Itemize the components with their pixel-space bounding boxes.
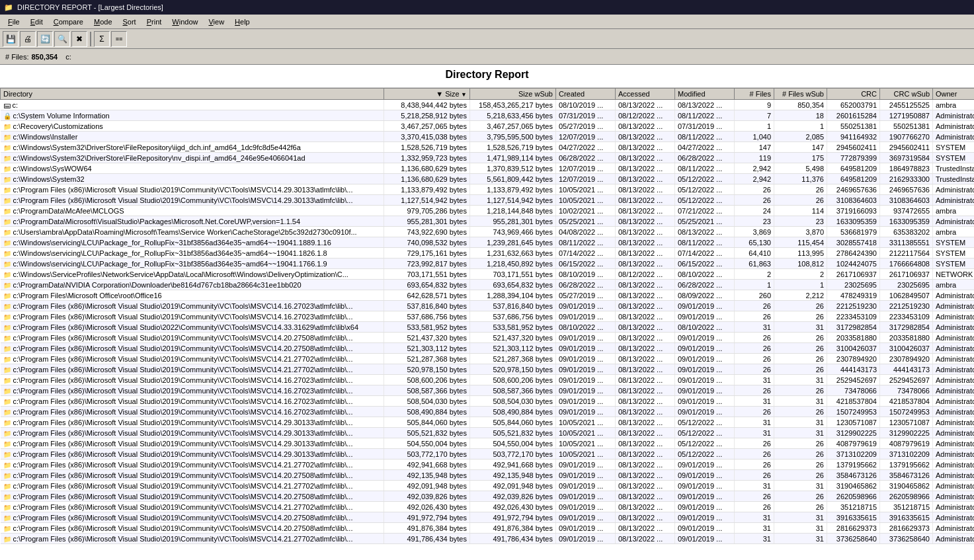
table-cell[interactable]: 📁c:\Program Files (x86)\Microsoft Visual…	[1, 396, 384, 407]
table-row[interactable]: 📁c:\Program Files (x86)\Microsoft Visual…	[1, 195, 975, 206]
table-cell[interactable]: 📁c:\Program Files (x86)\Microsoft Visual…	[1, 460, 384, 470]
table-cell[interactable]: 📁c:\Windows\servicing\LCU\Package_for_Ro…	[1, 237, 384, 248]
col-header-crcwsub[interactable]: CRC wSub	[880, 89, 933, 100]
table-cell[interactable]: 📁c:\Windows\System32\DriverStore\FileRep…	[1, 142, 384, 153]
col-header-accessed[interactable]: Accessed	[616, 89, 675, 100]
table-cell[interactable]: 🔒c:\System Volume Information	[1, 110, 384, 121]
table-row[interactable]: 📁c:\Program Files (x86)\Microsoft Visual…	[1, 523, 975, 534]
col-header-created[interactable]: Created	[556, 89, 616, 100]
table-row[interactable]: 📁c:\Program Files (x86)\Microsoft Visual…	[1, 470, 975, 481]
table-row[interactable]: 📁c:\ProgramData\McAfee\MCLOGS979,705,286…	[1, 206, 975, 216]
table-row[interactable]: 📁c:\Program Files (x86)\Microsoft Visual…	[1, 512, 975, 523]
table-row[interactable]: 📁c:\Windows\servicing\LCU\Package_for_Ro…	[1, 248, 975, 259]
table-cell[interactable]: 📁c:\Windows\System32	[1, 174, 384, 184]
table-cell[interactable]: 📁c:\Program Files (x86)\Microsoft Visual…	[1, 322, 384, 333]
menu-item-compare[interactable]: Compare	[48, 17, 89, 27]
table-row[interactable]: 📁c:\Windows\ServiceProfiles\NetworkServi…	[1, 269, 975, 280]
menu-item-window[interactable]: Window	[167, 17, 203, 27]
menu-item-print[interactable]: Print	[142, 17, 167, 27]
table-cell[interactable]: 📁c:\Users\ambra\AppData\Roaming\Microsof…	[1, 227, 384, 237]
table-cell[interactable]: 📁c:\Windows\System32\DriverStore\FileRep…	[1, 153, 384, 163]
table-row[interactable]: 📁c:\Windows\System321,136,680,629 bytes5…	[1, 174, 975, 184]
table-row[interactable]: 📁c:\Program Files (x86)\Microsoft Visual…	[1, 354, 975, 364]
table-cell[interactable]: 📁c:\Windows\servicing\LCU\Package_for_Ro…	[1, 259, 384, 269]
toolbar-refresh-btn[interactable]: 🔄	[37, 31, 53, 47]
table-container[interactable]: Directory ▼ Size Size wSub Created Acces…	[0, 88, 974, 560]
table-cell[interactable]: 🖴c:	[1, 100, 384, 110]
col-header-directory[interactable]: Directory	[1, 89, 384, 100]
table-cell[interactable]: 📁c:\Windows\SysWOW64	[1, 163, 384, 174]
table-row[interactable]: 📁c:\Windows\servicing\LCU\Package_for_Ro…	[1, 259, 975, 269]
table-row[interactable]: 📁c:\Program Files (x86)\Microsoft Visual…	[1, 449, 975, 460]
table-row[interactable]: 📁c:\Program Files (x86)\Microsoft Visual…	[1, 364, 975, 375]
table-row[interactable]: 📁c:\Windows\System32\DriverStore\FileRep…	[1, 142, 975, 153]
table-row[interactable]: 📁c:\Program Files (x86)\Microsoft Visual…	[1, 301, 975, 311]
table-cell[interactable]: 📁c:\Program Files (x86)\Microsoft Visual…	[1, 491, 384, 502]
table-row[interactable]: 📁c:\Program Files (x86)\Microsoft Visual…	[1, 375, 975, 385]
table-cell[interactable]: 📁c:\Program Files (x86)\Microsoft Visual…	[1, 428, 384, 438]
table-cell[interactable]: 📁c:\Windows\servicing\LCU\Package_for_Ro…	[1, 248, 384, 259]
table-row[interactable]: 📁c:\Program Files (x86)\Microsoft Visual…	[1, 333, 975, 343]
table-cell[interactable]: 📁c:\Program Files\Microsoft Office\root\…	[1, 290, 384, 301]
menu-item-mode[interactable]: Mode	[89, 17, 118, 27]
table-row[interactable]: 📁c:\ProgramData\NVIDIA Corporation\Downl…	[1, 280, 975, 290]
table-cell[interactable]: 📁c:\Windows\Installer	[1, 132, 384, 142]
toolbar-search-btn[interactable]: 🔍	[54, 31, 70, 47]
table-cell[interactable]: 📁c:\Program Files (x86)\Microsoft Visual…	[1, 354, 384, 364]
table-row[interactable]: 📁c:\Program Files (x86)\Microsoft Visual…	[1, 438, 975, 449]
table-row[interactable]: 📁c:\Program Files (x86)\Microsoft Visual…	[1, 417, 975, 428]
menu-item-sort[interactable]: Sort	[118, 17, 142, 27]
menu-item-view[interactable]: View	[203, 17, 229, 27]
table-cell[interactable]: 📁c:\ProgramData\McAfee\MCLOGS	[1, 206, 384, 216]
table-row[interactable]: 🔒c:\System Volume Information5,218,258,9…	[1, 110, 975, 121]
table-row[interactable]: 📁c:\ProgramData\Microsoft\VisualStudio\P…	[1, 216, 975, 227]
toolbar-filter-btn[interactable]: ≡≡	[111, 31, 127, 47]
table-cell[interactable]: 📁c:\Program Files (x86)\Microsoft Visual…	[1, 449, 384, 460]
table-row[interactable]: 📁c:\Program Files (x86)\Microsoft Visual…	[1, 396, 975, 407]
col-header-modified[interactable]: Modified	[675, 89, 735, 100]
table-cell[interactable]: 📁c:\Program Files (x86)\Microsoft Visual…	[1, 534, 384, 544]
menu-item-edit[interactable]: Edit	[25, 17, 48, 27]
toolbar-print-btn[interactable]: 🖨	[20, 31, 36, 47]
table-cell[interactable]: 📁c:\Program Files (x86)\Microsoft Visual…	[1, 438, 384, 449]
table-row[interactable]: 📁c:\Program Files (x86)\Microsoft Visual…	[1, 311, 975, 322]
col-header-sizewsub[interactable]: Size wSub	[470, 89, 556, 100]
table-row[interactable]: 📁c:\Program Files (x86)\Microsoft Visual…	[1, 184, 975, 195]
table-row[interactable]: 📁c:\Windows\Installer3,370,415,038 bytes…	[1, 132, 975, 142]
menu-item-file[interactable]: File	[3, 17, 25, 27]
table-row[interactable]: 📁c:\Program Files (x86)\Microsoft Visual…	[1, 502, 975, 512]
table-cell[interactable]: 📁c:\Program Files (x86)\Microsoft Visual…	[1, 481, 384, 491]
table-cell[interactable]: 📁c:\Program Files (x86)\Microsoft Visual…	[1, 311, 384, 322]
col-header-crc[interactable]: CRC	[827, 89, 880, 100]
table-cell[interactable]: 📁c:\ProgramData\NVIDIA Corporation\Downl…	[1, 280, 384, 290]
table-row[interactable]: 📁c:\Windows\servicing\LCU\Package_for_Ro…	[1, 237, 975, 248]
table-cell[interactable]: 📁c:\Program Files (x86)\Microsoft Visual…	[1, 184, 384, 195]
table-cell[interactable]: 📁c:\Program Files (x86)\Microsoft Visual…	[1, 417, 384, 428]
menu-item-help[interactable]: Help	[229, 17, 255, 27]
table-row[interactable]: 📁c:\Program Files\Microsoft Office\root\…	[1, 290, 975, 301]
col-header-owner[interactable]: Owner	[933, 89, 975, 100]
col-header-size[interactable]: ▼ Size	[384, 89, 470, 100]
table-cell[interactable]: 📁c:\Program Files (x86)\Microsoft Visual…	[1, 375, 384, 385]
table-row[interactable]: 🖴c:8,438,944,442 bytes158,453,265,217 by…	[1, 100, 975, 110]
table-row[interactable]: 📁c:\Program Files (x86)\Microsoft Visual…	[1, 322, 975, 333]
table-cell[interactable]: 📁c:\Program Files (x86)\Microsoft Visual…	[1, 470, 384, 481]
table-cell[interactable]: 📁c:\Windows\ServiceProfiles\NetworkServi…	[1, 269, 384, 280]
table-row[interactable]: 📁c:\Program Files (x86)\Microsoft Visual…	[1, 534, 975, 544]
toolbar-save-btn[interactable]: 💾	[3, 31, 19, 47]
table-cell[interactable]: 📁c:\Program Files (x86)\Microsoft Visual…	[1, 523, 384, 534]
table-row[interactable]: 📁c:\Program Files (x86)\Microsoft Visual…	[1, 460, 975, 470]
col-header-files[interactable]: # Files	[735, 89, 774, 100]
table-row[interactable]: 📁c:\Users\ambra\AppData\Roaming\Microsof…	[1, 227, 975, 237]
table-cell[interactable]: 📁c:\Program Files (x86)\Microsoft Visual…	[1, 407, 384, 417]
table-row[interactable]: 📁c:\Recovery\Customizations3,467,257,065…	[1, 121, 975, 132]
table-row[interactable]: 📁c:\Program Files (x86)\Microsoft Visual…	[1, 428, 975, 438]
table-row[interactable]: 📁c:\Program Files (x86)\Microsoft Visual…	[1, 385, 975, 396]
col-header-fileswsub[interactable]: # Files wSub	[774, 89, 827, 100]
table-row[interactable]: 📁c:\Program Files (x86)\Microsoft Visual…	[1, 481, 975, 491]
table-row[interactable]: 📁c:\Program Files (x86)\Microsoft Visual…	[1, 491, 975, 502]
table-cell[interactable]: 📁c:\Program Files (x86)\Microsoft Visual…	[1, 512, 384, 523]
table-cell[interactable]: 📁c:\Program Files (x86)\Microsoft Visual…	[1, 364, 384, 375]
table-cell[interactable]: 📁c:\Program Files (x86)\Microsoft Visual…	[1, 301, 384, 311]
table-cell[interactable]: 📁c:\Program Files (x86)\Microsoft Visual…	[1, 502, 384, 512]
